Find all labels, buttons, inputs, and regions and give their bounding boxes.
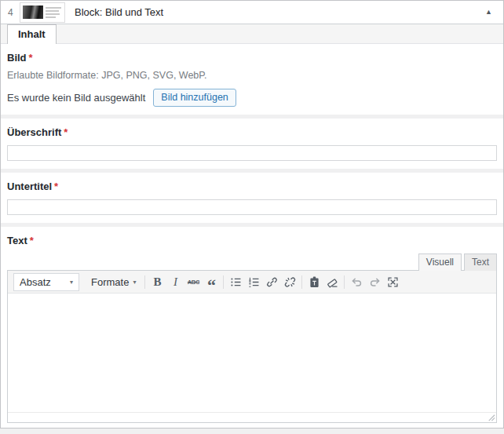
blockquote-button[interactable]: “	[203, 273, 220, 290]
numbered-list-icon	[247, 275, 261, 289]
thumbnail-image	[23, 5, 43, 19]
untertitel-input[interactable]	[7, 199, 497, 215]
image-uploader: Es wurde kein Bild ausgewählt Bild hinzu…	[7, 89, 497, 107]
chevron-down-icon: ▾	[133, 279, 136, 286]
fullscreen-icon	[386, 275, 400, 289]
bulleted-list-button[interactable]	[227, 273, 244, 290]
required-mark: *	[29, 52, 33, 64]
eraser-icon	[326, 275, 339, 289]
unlink-icon	[283, 275, 297, 289]
wysiwyg-editor: Visuell Text Absatz ▾ Formate ▾	[7, 253, 497, 423]
tab-visuell[interactable]: Visuell	[418, 253, 462, 271]
redo-icon	[368, 275, 382, 289]
strikethrough-icon: ABC	[188, 279, 199, 286]
bulleted-list-icon	[229, 275, 243, 289]
editor-toolbar: Absatz ▾ Formate ▾ B I ABC “	[8, 271, 496, 294]
paste-as-text-button[interactable]	[305, 273, 323, 290]
redo-button[interactable]	[366, 273, 383, 290]
field-bild-label: Bild	[7, 52, 27, 64]
field-group-tab-bar: Inhalt	[1, 24, 503, 44]
field-text-label: Text	[7, 235, 27, 246]
strikethrough-button[interactable]: ABC	[184, 273, 202, 290]
tab-inhalt[interactable]: Inhalt	[7, 24, 57, 44]
insert-link-button[interactable]	[263, 273, 280, 290]
italic-button[interactable]: I	[166, 273, 184, 290]
field-untertitel-label: Untertitel	[7, 181, 52, 192]
required-mark: *	[30, 235, 34, 246]
toolbar-separator	[301, 275, 302, 289]
paragraph-format-value: Absatz	[20, 276, 51, 288]
ueberschrift-input[interactable]	[7, 145, 497, 161]
field-ueberschrift-label: Überschrift	[7, 126, 61, 138]
field-text-label-row: Text*	[7, 235, 497, 246]
field-bild-label-row: Bild*	[7, 52, 497, 64]
editor-statusbar	[8, 412, 496, 422]
formats-menu-button[interactable]: Formate ▾	[86, 273, 141, 291]
tab-text-mode[interactable]: Text	[464, 253, 497, 271]
editor-content[interactable]	[8, 294, 496, 412]
fullscreen-button[interactable]	[384, 273, 401, 290]
link-icon	[265, 275, 279, 289]
fields-container: Bild* Erlaubte Bildformate: JPG, PNG, SV…	[1, 44, 503, 428]
undo-icon	[350, 275, 363, 289]
formats-menu-label: Formate	[91, 276, 129, 288]
acf-block-panel: 4 Block: Bild und Text ▲ Inhalt Bild* Er…	[0, 0, 504, 429]
field-ueberschrift: Überschrift*	[1, 119, 503, 169]
clear-formatting-button[interactable]	[323, 273, 341, 290]
no-image-selected-text: Es wurde kein Bild ausgewählt	[7, 92, 145, 104]
add-image-button[interactable]: Bild hinzufügen	[153, 89, 236, 107]
required-mark: *	[64, 126, 68, 138]
bold-icon: B	[153, 275, 161, 289]
resize-handle-icon[interactable]	[487, 413, 496, 422]
block-preview-thumbnail	[20, 2, 65, 23]
block-title: Block: Bild und Text	[75, 6, 163, 18]
required-mark: *	[54, 181, 58, 192]
field-bild-description: Erlaubte Bildformate: JPG, PNG, SVG, Web…	[7, 70, 497, 81]
bold-button[interactable]: B	[148, 273, 166, 290]
toolbar-separator	[223, 275, 224, 289]
thumbnail-text-lines	[46, 7, 62, 18]
editor-container: Absatz ▾ Formate ▾ B I ABC “	[7, 270, 497, 423]
paragraph-format-select[interactable]: Absatz ▾	[13, 273, 79, 291]
field-bild: Bild* Erlaubte Bildformate: JPG, PNG, SV…	[1, 44, 503, 115]
field-untertitel: Untertitel*	[1, 173, 503, 223]
block-header[interactable]: 4 Block: Bild und Text ▲	[1, 1, 503, 24]
field-text: Text* Visuell Text Absatz ▾ Formate	[1, 227, 503, 428]
undo-button[interactable]	[348, 273, 365, 290]
numbered-list-button[interactable]	[245, 273, 262, 290]
block-order-number: 4	[8, 7, 18, 18]
field-untertitel-label-row: Untertitel*	[7, 181, 497, 192]
paste-as-text-icon	[308, 275, 321, 289]
collapse-toggle-icon[interactable]: ▲	[482, 7, 495, 17]
toolbar-separator	[144, 275, 145, 289]
chevron-down-icon: ▾	[70, 279, 73, 286]
field-ueberschrift-label-row: Überschrift*	[7, 126, 497, 138]
blockquote-icon: “	[207, 282, 216, 290]
remove-link-button[interactable]	[281, 273, 298, 290]
toolbar-separator	[344, 275, 345, 289]
editor-mode-tabs: Visuell Text	[7, 253, 497, 270]
italic-icon: I	[173, 275, 177, 289]
